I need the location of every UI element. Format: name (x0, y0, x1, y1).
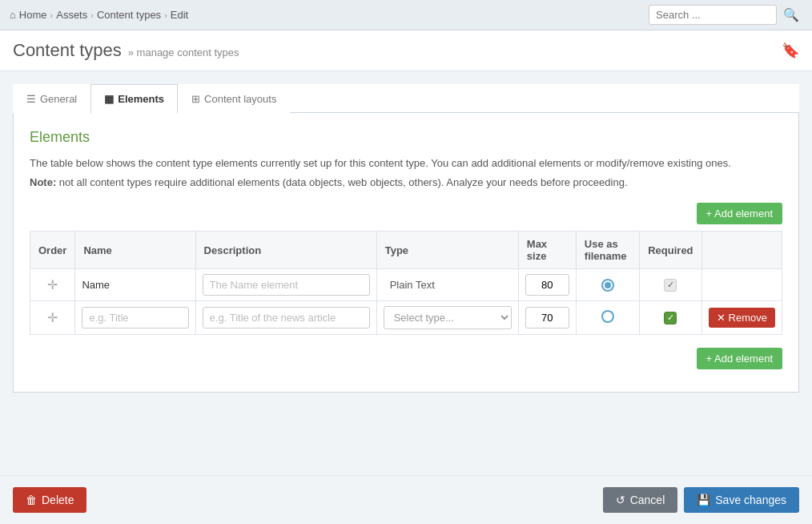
tab-content-layouts[interactable]: ⊞ Content layouts (178, 84, 290, 113)
desc-input-2[interactable] (203, 307, 370, 329)
name-cell-1: Name (75, 269, 195, 301)
maxsize-input-1[interactable] (525, 274, 569, 296)
page-header: Content types » manage content types 🔖 (0, 30, 812, 71)
breadcrumb: ⌂ Home › Assets › Content types › Edit (10, 9, 188, 21)
name-input-2[interactable] (82, 307, 188, 329)
filename-radio-1[interactable] (601, 279, 614, 292)
required-cell-1: ✓ (640, 269, 701, 301)
content-layouts-tab-icon: ⊞ (191, 93, 200, 105)
add-element-top-button[interactable]: + Add element (697, 203, 782, 224)
col-maxsize-header: Max size (518, 232, 576, 269)
maxsize-input-2[interactable] (525, 307, 569, 329)
breadcrumb-sep-2: › (90, 10, 94, 20)
table-row: ✛ Select type... Plain Text Rich Text Nu… (30, 301, 782, 335)
bookmark-icon[interactable]: 🔖 (782, 42, 799, 59)
desc-cell-1 (195, 269, 376, 301)
home-icon: ⌂ (10, 9, 16, 21)
required-checkbox-1[interactable]: ✓ (664, 279, 677, 292)
search-button[interactable]: 🔍 (780, 6, 802, 24)
search-input[interactable] (649, 5, 777, 25)
col-order-header: Order (30, 232, 75, 269)
tab-elements[interactable]: ▦ Elements (90, 84, 178, 113)
breadcrumb-sep-3: › (164, 10, 167, 20)
main-content: ☰ General ▦ Elements ⊞ Content layouts E… (0, 71, 812, 464)
page-title: Content types (13, 40, 122, 61)
type-value-1: Plain Text (384, 275, 441, 295)
remove-label: Remove (729, 312, 767, 324)
remove-button-2[interactable]: ✕ Remove (709, 308, 775, 328)
maxsize-cell-2 (518, 301, 576, 335)
actions-cell-1 (701, 269, 782, 301)
tab-general[interactable]: ☰ General (13, 84, 90, 113)
type-cell-1: Plain Text (376, 269, 518, 301)
page-subtitle: » manage content types (128, 46, 239, 58)
general-tab-label: General (40, 93, 77, 105)
general-tab-icon: ☰ (26, 93, 36, 105)
top-bar: ⌂ Home › Assets › Content types › Edit 🔍 (0, 0, 812, 30)
drag-handle-1[interactable]: ✛ (30, 269, 75, 301)
add-element-bottom-button[interactable]: + Add element (697, 348, 782, 369)
required-checkbox-2[interactable]: ✓ (664, 312, 677, 324)
search-area: 🔍 (649, 5, 802, 25)
col-filename-header: Use as filename (576, 232, 639, 269)
table-body: ✛ Name Plain Text (30, 269, 782, 335)
table-row: ✛ Name Plain Text (30, 269, 782, 301)
tabs: ☰ General ▦ Elements ⊞ Content layouts (13, 84, 799, 113)
breadcrumb-content-types[interactable]: Content types (97, 9, 161, 21)
breadcrumb-edit: Edit (171, 9, 188, 21)
col-actions-header (701, 232, 782, 269)
filename-cell-2 (576, 301, 639, 335)
breadcrumb-sep-1: › (50, 10, 54, 20)
panel-description: The table below shows the content type e… (30, 155, 782, 171)
content-layouts-tab-label: Content layouts (204, 93, 276, 105)
elements-tab-label: Elements (118, 93, 164, 105)
elements-panel: Elements The table below shows the conte… (13, 113, 799, 393)
remove-x-icon: ✕ (717, 312, 726, 324)
col-name-header: Name (75, 232, 195, 269)
panel-note: Note: not all content types require addi… (30, 175, 782, 191)
breadcrumb-assets[interactable]: Assets (56, 9, 87, 21)
panel-title: Elements (30, 129, 782, 146)
desc-cell-2 (195, 301, 376, 335)
col-desc-header: Description (195, 232, 376, 269)
note-label: Note: (30, 176, 56, 188)
filename-cell-1 (576, 269, 639, 301)
name-cell-2 (75, 301, 195, 335)
add-element-top-area: + Add element (30, 203, 782, 224)
actions-cell-2: ✕ Remove (701, 301, 782, 335)
panel-description-text: The table below shows the content type e… (30, 157, 731, 169)
drag-handle-2[interactable]: ✛ (30, 301, 75, 335)
note-text: not all content types require additional… (59, 176, 628, 188)
desc-input-1[interactable] (203, 274, 370, 296)
table-header: Order Name Description Type Max size Use… (30, 232, 782, 269)
elements-tab-icon: ▦ (104, 93, 114, 105)
filename-radio-2[interactable] (601, 310, 614, 323)
breadcrumb-home[interactable]: Home (19, 9, 47, 21)
elements-table: Order Name Description Type Max size Use… (30, 231, 782, 335)
col-required-header: Required (640, 232, 701, 269)
maxsize-cell-1 (518, 269, 576, 301)
required-cell-2: ✓ (640, 301, 701, 335)
name-value-1: Name (82, 279, 110, 291)
page-title-area: Content types » manage content types (13, 40, 239, 61)
type-select-2[interactable]: Select type... Plain Text Rich Text Numb… (384, 306, 512, 329)
type-cell-2: Select type... Plain Text Rich Text Numb… (376, 301, 518, 335)
add-element-bottom-area: + Add element (30, 348, 782, 369)
col-type-header: Type (376, 232, 518, 269)
